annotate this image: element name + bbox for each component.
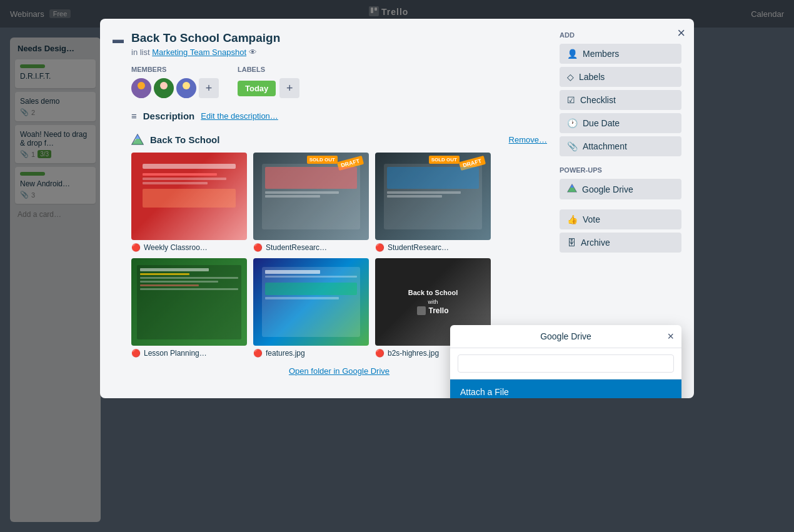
- desc-header: ≡ Description Edit the description…: [131, 111, 547, 121]
- modal-subtitle: in list Marketing Team Snapshot 👁: [131, 48, 280, 57]
- thumb-img-1: DRAFT SOLD OUT: [253, 153, 369, 240]
- labels-section: Labels Today +: [238, 66, 299, 98]
- thumb-label-1: 🔴 StudentResearc…: [253, 243, 369, 252]
- attachment-btn-icon: 📎: [567, 141, 578, 151]
- file-icon-3: 🔴: [131, 349, 141, 358]
- file-icon-2: 🔴: [375, 243, 384, 252]
- thumb-name-4: features.jpg: [266, 349, 305, 358]
- remove-attachment-link[interactable]: Remove…: [509, 135, 547, 144]
- avatar-3[interactable]: [176, 78, 196, 98]
- modal-title-area: Back To School Campaign in list Marketin…: [131, 31, 280, 57]
- svg-point-9: [180, 90, 193, 98]
- gdrive-section-icon: [131, 134, 144, 145]
- members-btn-icon: 👤: [567, 49, 578, 59]
- labels-label: Labels: [238, 66, 299, 73]
- attach-file-option[interactable]: Attach a File: [450, 379, 681, 398]
- thumb-name-2: StudentResearc…: [388, 243, 449, 252]
- thumb-item-0[interactable]: 🔴 Weekly Classroo…: [131, 153, 247, 252]
- archive-btn-label: Archive: [581, 238, 610, 248]
- modal-close-button[interactable]: ×: [677, 26, 685, 40]
- thumb-label-4: 🔴 features.jpg: [253, 349, 369, 358]
- attachment-sidebar-btn[interactable]: 📎 Attachment: [560, 136, 681, 156]
- watch-icon: 👁: [249, 48, 257, 57]
- svg-point-4: [138, 82, 145, 89]
- add-member-button[interactable]: +: [199, 78, 219, 98]
- members-sidebar-btn[interactable]: 👤 Members: [560, 44, 681, 64]
- thumb-item-4[interactable]: 🔴 features.jpg: [253, 258, 369, 358]
- thumb-label-3: 🔴 Lesson Planning…: [131, 349, 247, 358]
- description-icon: ≡: [131, 111, 137, 121]
- google-drive-sidebar-btn[interactable]: Google Drive: [560, 179, 681, 199]
- file-icon-0: 🔴: [131, 243, 141, 252]
- description-section: ≡ Description Edit the description…: [131, 111, 547, 121]
- checklist-btn-label: Checklist: [580, 95, 616, 105]
- gdrive-popup-title: Google Drive: [540, 331, 591, 341]
- file-icon-5: 🔴: [375, 349, 384, 358]
- thumb-img-4: [253, 258, 369, 346]
- members-labels-row: Members + Label: [131, 66, 547, 98]
- gdrive-popup-header: Google Drive ×: [450, 325, 681, 348]
- card-modal: × ▬ Back To School Campaign in list Mark…: [100, 19, 694, 398]
- thumb-name-0: Weekly Classroo…: [144, 243, 208, 252]
- gdrive-popup-search: [450, 348, 681, 379]
- svg-point-8: [183, 82, 190, 89]
- vote-btn-icon: 👍: [567, 214, 578, 224]
- attachment-btn-label: Attachment: [583, 141, 627, 151]
- avatar-2[interactable]: [154, 78, 174, 98]
- file-icon-4: 🔴: [253, 349, 263, 358]
- labels-btn-icon: ◇: [567, 72, 574, 82]
- thumb-item-1[interactable]: DRAFT SOLD OUT 🔴: [253, 153, 369, 252]
- labels-btn-label: Labels: [579, 72, 605, 82]
- modal-overlay: × ▬ Back To School Campaign in list Mark…: [0, 0, 794, 532]
- list-name-link[interactable]: Marketing Team Snapshot: [152, 48, 246, 57]
- edit-description-button[interactable]: Edit the description…: [201, 111, 278, 121]
- thumb-img-3: [131, 258, 247, 346]
- due-date-btn-icon: 🕐: [567, 118, 578, 128]
- power-ups-title: Power-Ups: [560, 166, 681, 174]
- members-label: Members: [131, 66, 219, 73]
- thumb-item-2[interactable]: DRAFT SOLD OUT 🔴: [375, 153, 491, 252]
- thumb-label-0: 🔴 Weekly Classroo…: [131, 243, 247, 252]
- members-section: Members +: [131, 66, 219, 98]
- svg-point-6: [160, 82, 168, 89]
- thumb-img-2: DRAFT SOLD OUT: [375, 153, 491, 240]
- gdrive-popup: Google Drive × Attach a File Attach a Fo…: [450, 325, 681, 398]
- gdrive-search-input[interactable]: [458, 354, 674, 373]
- desc-title: Description: [143, 111, 195, 121]
- modal-card-title: Back To School Campaign: [131, 31, 280, 45]
- avatar-1[interactable]: [131, 78, 151, 98]
- thumb-img-0: [131, 153, 247, 240]
- thumb-name-5: b2s-highres.jpg: [388, 349, 439, 358]
- thumb-name-1: StudentResearc…: [266, 243, 327, 252]
- archive-sidebar-btn[interactable]: 🗄 Archive: [560, 233, 681, 253]
- checklist-sidebar-btn[interactable]: ☑ Checklist: [560, 90, 681, 110]
- checklist-btn-icon: ☑: [567, 95, 575, 105]
- modal-header: ▬ Back To School Campaign in list Market…: [113, 31, 547, 57]
- add-section-title: Add: [560, 31, 681, 39]
- thumb-item-3[interactable]: 🔴 Lesson Planning…: [131, 258, 247, 358]
- att-title: Back To School: [150, 134, 219, 145]
- thumb-name-3: Lesson Planning…: [144, 349, 207, 358]
- file-icon-1: 🔴: [253, 243, 263, 252]
- power-ups-section: Power-Ups Google Drive: [560, 166, 681, 199]
- gdrive-btn-label: Google Drive: [582, 184, 633, 194]
- actions-section: 👍 Vote 🗄 Archive: [560, 209, 681, 253]
- svg-point-5: [135, 90, 148, 98]
- add-label-button[interactable]: +: [279, 78, 299, 98]
- gdrive-btn-icon: [567, 184, 577, 194]
- svg-point-7: [158, 90, 170, 98]
- avatars-row: +: [131, 78, 219, 98]
- archive-btn-icon: 🗄: [567, 238, 576, 248]
- due-date-sidebar-btn[interactable]: 🕐 Due Date: [560, 113, 681, 133]
- vote-btn-label: Vote: [583, 214, 600, 224]
- thumb-label-2: 🔴 StudentResearc…: [375, 243, 491, 252]
- today-label: Today: [238, 81, 276, 96]
- in-list-text: in list: [131, 48, 150, 57]
- card-type-icon: ▬: [113, 33, 124, 46]
- due-date-btn-label: Due Date: [583, 118, 620, 128]
- members-btn-label: Members: [583, 49, 619, 59]
- vote-sidebar-btn[interactable]: 👍 Vote: [560, 209, 681, 229]
- labels-sidebar-btn[interactable]: ◇ Labels: [560, 67, 681, 87]
- gdrive-popup-close-button[interactable]: ×: [667, 330, 674, 343]
- att-header: Back To School Remove…: [131, 134, 547, 145]
